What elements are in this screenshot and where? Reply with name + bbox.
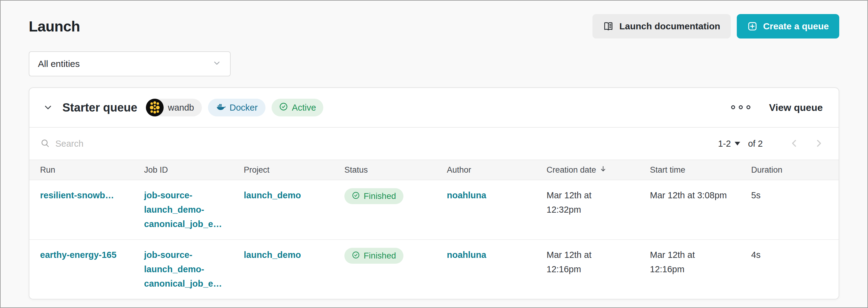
author-link[interactable]: noahluna bbox=[447, 191, 486, 200]
check-circle-icon bbox=[352, 251, 360, 261]
launch-documentation-label: Launch documentation bbox=[619, 21, 720, 31]
search-icon bbox=[40, 138, 50, 149]
author-link[interactable]: noahluna bbox=[447, 250, 486, 260]
table-row: earthy-energy-165 job-source-launch_demo… bbox=[29, 239, 839, 299]
start-time-value: Mar 12th at 12:16pm bbox=[650, 248, 729, 277]
docker-icon bbox=[216, 102, 226, 114]
search-box bbox=[40, 138, 718, 149]
queue-status-label: Active bbox=[292, 103, 316, 113]
table-row: resilient-snowb… job-source-launch_demo-… bbox=[29, 180, 839, 239]
status-badge: Finished bbox=[344, 188, 403, 204]
status-label: Finished bbox=[364, 251, 396, 260]
queue-name: Starter queue bbox=[62, 101, 137, 114]
topbar: Launch Launch documentation bbox=[29, 13, 839, 39]
queue-header: Starter queue wandb bbox=[29, 88, 839, 127]
check-circle-icon bbox=[352, 191, 360, 201]
status-label: Finished bbox=[364, 192, 396, 200]
launch-page: Launch Launch documentation bbox=[1, 1, 867, 300]
start-time-value: Mar 12th at 3:08pm bbox=[650, 188, 729, 203]
dropdown-triangle-icon bbox=[735, 142, 740, 145]
run-link[interactable]: earthy-energy-165 bbox=[40, 250, 117, 260]
check-circle-icon bbox=[279, 102, 288, 113]
page-title: Launch bbox=[29, 18, 80, 35]
job-id-link[interactable]: job-source-launch_demo-canonical_job_e… bbox=[144, 250, 222, 288]
queue-resource-label: Docker bbox=[229, 103, 257, 113]
chevron-down-icon bbox=[212, 58, 221, 70]
column-header-author[interactable]: Author bbox=[447, 165, 547, 175]
queue-resource-badge: Docker bbox=[208, 99, 266, 116]
column-header-status[interactable]: Status bbox=[344, 165, 447, 175]
queue-status-badge: Active bbox=[272, 99, 323, 116]
create-queue-label: Create a queue bbox=[763, 21, 829, 31]
project-link[interactable]: launch_demo bbox=[244, 191, 301, 200]
prev-page-button[interactable] bbox=[788, 137, 800, 150]
plus-square-icon bbox=[747, 21, 757, 31]
chevron-down-icon bbox=[43, 102, 53, 113]
run-link[interactable]: resilient-snowb… bbox=[40, 191, 114, 200]
chevron-left-icon bbox=[788, 137, 800, 150]
column-header-project[interactable]: Project bbox=[244, 165, 344, 175]
duration-value: 5s bbox=[751, 188, 828, 203]
runs-table-section: 1-2 of 2 bbox=[29, 127, 839, 299]
overflow-dots-icon bbox=[730, 104, 751, 111]
column-header-run[interactable]: Run bbox=[40, 165, 144, 175]
pagination: 1-2 of 2 bbox=[718, 137, 825, 150]
entity-filter-value: All entities bbox=[38, 59, 80, 69]
collapse-queue-button[interactable] bbox=[43, 102, 53, 113]
table-toolbar: 1-2 of 2 bbox=[29, 128, 839, 160]
duration-value: 4s bbox=[751, 248, 828, 262]
column-header-creation-date[interactable]: Creation date bbox=[547, 165, 650, 175]
book-icon bbox=[603, 21, 614, 32]
wandb-logo-icon bbox=[146, 99, 164, 116]
table-header-row: Run Job ID Project Status Author Creatio… bbox=[29, 160, 839, 180]
sort-desc-icon bbox=[599, 165, 607, 175]
queue-overflow-menu-button[interactable] bbox=[730, 104, 751, 111]
queue-card: Starter queue wandb bbox=[29, 88, 839, 300]
queue-entity-badge[interactable]: wandb bbox=[146, 99, 202, 116]
page-range-dropdown[interactable]: 1-2 bbox=[718, 139, 740, 149]
topbar-actions: Launch documentation Create a queue bbox=[592, 14, 839, 38]
creation-date-value: Mar 12th at 12:16pm bbox=[547, 248, 625, 277]
queue-entity-label: wandb bbox=[168, 103, 194, 113]
creation-date-value: Mar 12th at 12:32pm bbox=[547, 188, 625, 217]
create-queue-button[interactable]: Create a queue bbox=[737, 14, 839, 38]
page-range-value: 1-2 bbox=[718, 139, 731, 149]
status-badge: Finished bbox=[344, 248, 403, 264]
page-total: of 2 bbox=[748, 139, 763, 149]
job-id-link[interactable]: job-source-launch_demo-canonical_job_e… bbox=[144, 191, 222, 229]
launch-documentation-button[interactable]: Launch documentation bbox=[592, 14, 731, 38]
column-header-duration[interactable]: Duration bbox=[751, 165, 828, 175]
entity-filter-select[interactable]: All entities bbox=[29, 51, 230, 76]
chevron-right-icon bbox=[813, 137, 825, 150]
project-link[interactable]: launch_demo bbox=[244, 250, 301, 260]
next-page-button[interactable] bbox=[813, 137, 825, 150]
column-header-job-id[interactable]: Job ID bbox=[144, 165, 244, 175]
view-queue-button[interactable]: View queue bbox=[769, 102, 823, 113]
table-body: resilient-snowb… job-source-launch_demo-… bbox=[29, 180, 839, 299]
column-header-start-time[interactable]: Start time bbox=[650, 165, 751, 175]
search-input[interactable] bbox=[55, 138, 270, 149]
